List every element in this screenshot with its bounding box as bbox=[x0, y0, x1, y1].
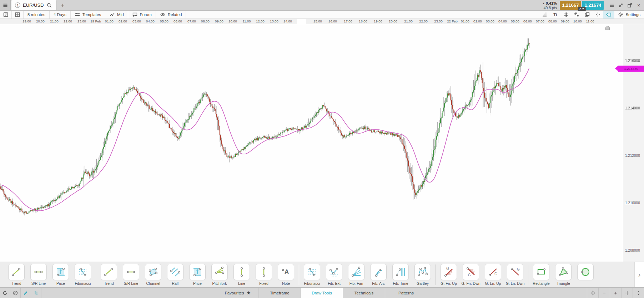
edit-drawing-button[interactable] bbox=[21, 288, 31, 298]
related-button[interactable]: Related bbox=[156, 11, 186, 19]
tool-button-note[interactable]: A bbox=[278, 264, 294, 280]
tool-button-triangle[interactable] bbox=[555, 264, 572, 280]
tool-button-s-r-line[interactable] bbox=[123, 264, 139, 280]
grid-toggle-button[interactable] bbox=[560, 11, 571, 19]
mid-price-button[interactable]: Mid bbox=[105, 11, 128, 19]
price-label: 1.214000 bbox=[625, 106, 640, 110]
clear-drawings-button[interactable] bbox=[10, 288, 21, 298]
tool-button-g-fn-up[interactable]: G bbox=[441, 264, 457, 280]
bottom-tab-technicals[interactable]: Technicals bbox=[343, 288, 385, 298]
new-tab-button[interactable]: + bbox=[57, 0, 69, 10]
expand-icon[interactable] bbox=[618, 2, 624, 9]
tool-group: RectangleTriangle bbox=[531, 264, 595, 286]
scroll-to-latest-button[interactable] bbox=[605, 25, 610, 31]
tool-label: G. Fn. Up bbox=[441, 281, 457, 286]
main-menu-button[interactable] bbox=[0, 0, 11, 10]
grid-cursor-icon bbox=[574, 12, 579, 17]
time-label: 08:00 bbox=[548, 19, 557, 23]
time-label: 23:00 bbox=[77, 19, 86, 23]
tool-button-fib-ext[interactable] bbox=[326, 264, 342, 280]
crosshair-button[interactable] bbox=[593, 11, 603, 19]
bottom-tab-patterns[interactable]: Patterns bbox=[385, 288, 427, 298]
thin-plus-icon bbox=[624, 290, 630, 296]
tool-button-pitchfork[interactable] bbox=[211, 264, 228, 280]
close-icon[interactable]: × bbox=[635, 2, 642, 9]
bottom-tab-draw-tools[interactable]: Draw Tools bbox=[301, 288, 343, 298]
forum-button[interactable]: Forum bbox=[128, 11, 156, 19]
time-label: 04:00 bbox=[498, 19, 507, 23]
time-label: 22:00 bbox=[419, 19, 428, 23]
tool-button-raff[interactable] bbox=[167, 264, 183, 280]
news-panel-button[interactable] bbox=[0, 11, 12, 19]
zoom-in-button[interactable]: + bbox=[610, 288, 621, 298]
text-tool-button[interactable]: Tt bbox=[550, 11, 560, 19]
tool-g-fn-up: GG. Fn. Up bbox=[439, 264, 459, 286]
favourites-star-icon[interactable]: ★ bbox=[247, 290, 251, 296]
tool-button-trend[interactable] bbox=[8, 264, 25, 280]
tool-note: ANote bbox=[276, 264, 296, 286]
bottom-tab-timeframe[interactable]: Timeframe bbox=[259, 288, 301, 298]
vertical-split-icon bbox=[636, 290, 642, 296]
tool-button-rectangle[interactable] bbox=[533, 264, 549, 280]
popout-window-icon[interactable] bbox=[627, 2, 633, 9]
mid-chart-icon bbox=[109, 12, 115, 17]
time-label: 21:00 bbox=[404, 19, 413, 23]
tool-label: Fib. Arc bbox=[372, 281, 385, 286]
tool-button-line[interactable] bbox=[233, 264, 250, 280]
symbol-search-icon[interactable] bbox=[46, 2, 52, 8]
tool-button-g-ln-up[interactable]: G bbox=[485, 264, 501, 280]
tool-label: Price bbox=[56, 281, 65, 286]
layout-grid-button[interactable] bbox=[12, 11, 24, 19]
chart-tab-eurusd[interactable]: 1 EUR/USD bbox=[11, 0, 57, 10]
tool-button-ellipse[interactable] bbox=[577, 264, 594, 280]
range-selector[interactable]: 4 Days bbox=[50, 11, 71, 19]
tool-button-g-ln-dwn[interactable]: G bbox=[507, 264, 523, 280]
draw-tools-palette: TrendS/R LinePriceFibonacciTrendS/R Line… bbox=[0, 262, 644, 287]
settings-button[interactable]: Settings bbox=[614, 11, 644, 19]
tool-button-gartley[interactable] bbox=[414, 264, 431, 280]
time-axis[interactable]: 19:0020:0021:0022:0023:0019 Feb01:0002:0… bbox=[0, 19, 644, 24]
hamburger-icon bbox=[2, 2, 8, 8]
tool-button-s-r-line[interactable] bbox=[30, 264, 47, 280]
tool-button-fib-fan[interactable] bbox=[348, 264, 364, 280]
tool-group-divider bbox=[528, 264, 528, 285]
refresh-drawings-button[interactable] bbox=[0, 288, 10, 298]
reorder-button[interactable] bbox=[31, 288, 41, 298]
tool-button-fibonacci[interactable] bbox=[75, 264, 91, 280]
palette-scroll-right-button[interactable]: › bbox=[634, 262, 644, 287]
tool-button-channel[interactable] bbox=[145, 264, 161, 280]
templates-button[interactable]: Templates bbox=[71, 11, 105, 19]
bottom-tab-label: Timeframe bbox=[270, 291, 290, 295]
change-percent: 0.41% bbox=[546, 1, 557, 5]
time-label: 22 Feb bbox=[447, 19, 458, 23]
fit-chart-button[interactable] bbox=[587, 288, 598, 298]
tool-button-trend[interactable] bbox=[101, 264, 117, 280]
tool-button-fib-time[interactable] bbox=[392, 264, 409, 280]
vertical-scale-button[interactable] bbox=[633, 288, 644, 298]
tool-fibonacci: Fibonacci bbox=[73, 264, 93, 286]
price-tag-button[interactable] bbox=[603, 11, 614, 19]
price-tag-icon bbox=[606, 12, 612, 17]
tool-button-fib-arc[interactable] bbox=[370, 264, 387, 280]
tool-label: S/R Line bbox=[31, 281, 46, 286]
snap-grid-button[interactable] bbox=[571, 11, 582, 19]
interval-selector[interactable]: 5 minutes bbox=[24, 11, 50, 19]
volume-depth-button[interactable] bbox=[539, 11, 550, 19]
tool-s-r-line: S/R Line bbox=[121, 264, 141, 286]
zoom-out-button[interactable]: − bbox=[598, 288, 610, 298]
tool-button-fixed[interactable] bbox=[256, 264, 272, 280]
bottom-tab-favourites[interactable]: Favourites★ bbox=[217, 288, 259, 298]
tool-button-price[interactable] bbox=[189, 264, 206, 280]
crosshair-zoom-button[interactable] bbox=[621, 288, 633, 298]
time-label: 15:00 bbox=[313, 19, 322, 23]
tool-button-g-fn-dwn[interactable]: G bbox=[463, 264, 479, 280]
tool-label: Fib. Ext bbox=[328, 281, 341, 286]
time-label: 01:00 bbox=[105, 19, 114, 23]
quote-menu-icon[interactable] bbox=[609, 2, 615, 9]
compare-layers-button[interactable] bbox=[582, 11, 593, 19]
price-axis[interactable]: 1.215680 1.2160001.2140001.2120001.21000… bbox=[623, 24, 644, 262]
tool-button-fibonacci[interactable] bbox=[304, 264, 320, 280]
tool-button-price[interactable] bbox=[52, 264, 69, 280]
price-chart-canvas[interactable] bbox=[0, 24, 623, 262]
tool-price: Price bbox=[51, 264, 71, 286]
